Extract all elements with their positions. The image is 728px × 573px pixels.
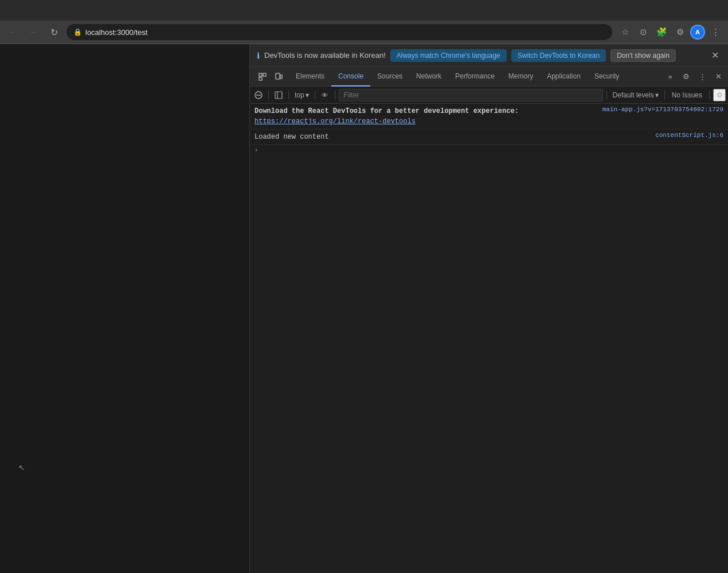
devtools-tabs: Elements Console Sources Network Perform… xyxy=(250,67,728,87)
top-label: top xyxy=(295,91,304,99)
top-context-selector[interactable]: top ▾ xyxy=(292,90,311,100)
react-devtools-link[interactable]: https://reactjs.org/link/react-devtools xyxy=(255,117,416,125)
svg-rect-7 xyxy=(275,92,282,99)
default-levels-label: Default levels xyxy=(613,91,654,99)
console-message-react-devtools: Download the React DevTools for a better… xyxy=(250,104,728,129)
loaded-content-text: Loaded new content xyxy=(255,133,329,141)
profile-button[interactable]: A xyxy=(690,25,705,40)
toolbar-separator-1 xyxy=(268,91,269,100)
notification-text: DevTools is now available in Korean! xyxy=(264,51,386,60)
tab-security[interactable]: Security xyxy=(588,67,626,87)
svg-rect-1 xyxy=(263,73,266,76)
forward-button[interactable]: → xyxy=(25,24,41,40)
tab-bar xyxy=(0,0,728,21)
toolbar-separator-2 xyxy=(288,91,289,100)
customize-devtools-button[interactable]: ⋮ xyxy=(695,69,710,84)
url-input[interactable] xyxy=(85,28,605,37)
nav-icons: ☆ ⊙ 🧩 ⚙ A ⋮ xyxy=(617,24,723,40)
switch-devtools-button[interactable]: Switch DevTools to Korean xyxy=(511,49,606,62)
tab-elements[interactable]: Elements xyxy=(289,67,331,87)
tab-performance[interactable]: Performance xyxy=(448,67,502,87)
lock-icon: 🔒 xyxy=(73,28,82,36)
svg-rect-4 xyxy=(280,75,282,79)
console-toolbar: top ▾ 👁 Default levels ▾ No Issues ⚙ xyxy=(250,87,728,104)
tab-icon-group xyxy=(252,69,289,85)
console-output: Download the React DevTools for a better… xyxy=(250,104,728,573)
react-devtools-source[interactable]: main-app.js?v=1713703754602:1729 xyxy=(602,106,723,113)
notification-close-button[interactable]: ✕ xyxy=(709,49,721,62)
prompt-icon: › xyxy=(255,147,258,154)
inspect-element-icon[interactable] xyxy=(255,69,271,85)
match-language-button[interactable]: Always match Chrome's language xyxy=(390,49,507,62)
bookmark-button[interactable]: ☆ xyxy=(617,24,633,40)
device-toolbar-icon[interactable] xyxy=(271,69,287,85)
console-message-text-1: Download the React DevTools for a better… xyxy=(255,106,598,127)
eye-button[interactable]: 👁 xyxy=(319,89,331,101)
clear-console-button[interactable] xyxy=(252,89,265,101)
devtools-settings-button[interactable]: ⚙ xyxy=(679,69,694,84)
language-notification: ℹ DevTools is now available in Korean! A… xyxy=(250,44,728,67)
toolbar-separator-3 xyxy=(315,91,315,100)
tabs-overflow: » ⚙ ⋮ ✕ xyxy=(663,69,726,84)
nav-bar: ← → ↻ 🔒 ☆ ⊙ 🧩 ⚙ A ⋮ xyxy=(0,21,728,44)
extensions-button[interactable]: 🧩 xyxy=(653,24,670,40)
toolbar-separator-5 xyxy=(606,91,607,100)
tab-memory[interactable]: Memory xyxy=(502,67,540,87)
console-settings-button[interactable]: ⚙ xyxy=(713,89,726,101)
svg-rect-3 xyxy=(276,73,280,79)
tab-console[interactable]: Console xyxy=(331,67,370,87)
media-router-button[interactable]: ⊙ xyxy=(635,24,651,40)
filter-input[interactable] xyxy=(339,89,603,101)
toolbar-separator-6 xyxy=(664,91,665,100)
levels-dropdown-icon: ▾ xyxy=(655,91,659,99)
tab-sources[interactable]: Sources xyxy=(370,67,409,87)
react-devtools-text: Download the React DevTools for a better… xyxy=(255,107,519,115)
loaded-content-source[interactable]: contentScript.js:6 xyxy=(655,132,723,139)
dropdown-icon: ▾ xyxy=(306,91,309,99)
reload-button[interactable]: ↻ xyxy=(46,24,62,40)
svg-rect-0 xyxy=(259,73,262,76)
address-bar[interactable]: 🔒 xyxy=(66,24,612,40)
console-sidebar-button[interactable] xyxy=(272,89,285,101)
back-button[interactable]: ← xyxy=(5,24,21,40)
console-prompt[interactable]: › xyxy=(250,145,728,156)
svg-rect-2 xyxy=(259,77,262,80)
browser-chrome: ← → ↻ 🔒 ☆ ⊙ 🧩 ⚙ A ⋮ xyxy=(0,0,728,44)
console-message-text-2: Loaded new content xyxy=(255,132,651,142)
console-message-loaded-content: Loaded new content contentScript.js:6 xyxy=(250,129,728,145)
page-content xyxy=(0,44,249,573)
menu-button[interactable]: ⋮ xyxy=(707,24,723,40)
dont-show-again-button[interactable]: Don't show again xyxy=(610,49,676,62)
tab-application[interactable]: Application xyxy=(540,67,588,87)
info-icon: ℹ xyxy=(257,51,260,60)
toolbar-separator-7 xyxy=(709,91,710,100)
devtools-panel: ℹ DevTools is now available in Korean! A… xyxy=(249,44,728,573)
tab-network[interactable]: Network xyxy=(409,67,448,87)
default-levels-button[interactable]: Default levels ▾ xyxy=(610,90,661,100)
devtools-toggle-button[interactable]: ⚙ xyxy=(672,24,688,40)
no-issues-label: No Issues xyxy=(668,91,706,99)
more-tabs-button[interactable]: » xyxy=(663,69,678,84)
toolbar-separator-4 xyxy=(335,91,335,100)
main-layout: ℹ DevTools is now available in Korean! A… xyxy=(0,44,728,573)
close-devtools-button[interactable]: ✕ xyxy=(711,69,726,84)
